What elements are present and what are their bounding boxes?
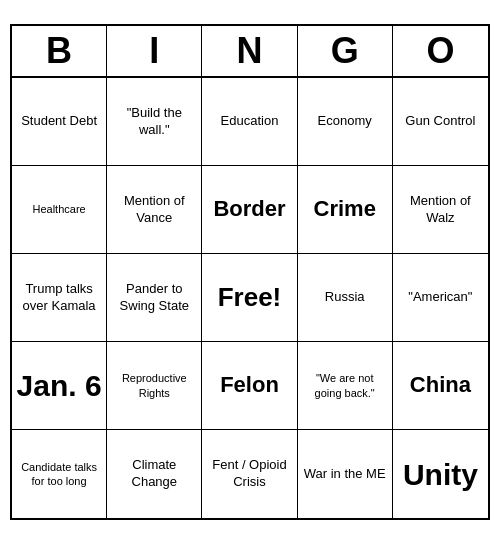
cell-text: Free! xyxy=(218,281,282,315)
bingo-cell[interactable]: Mention of Vance xyxy=(107,166,202,254)
cell-text: Pander to Swing State xyxy=(111,281,197,315)
bingo-cell[interactable]: Trump talks over Kamala xyxy=(12,254,107,342)
cell-text: Trump talks over Kamala xyxy=(16,281,102,315)
cell-text: "We are not going back." xyxy=(302,371,388,400)
header-letter: G xyxy=(298,26,393,76)
bingo-cell[interactable]: "Build the wall." xyxy=(107,78,202,166)
bingo-cell[interactable]: Jan. 6 xyxy=(12,342,107,430)
cell-text: Economy xyxy=(318,113,372,130)
bingo-cell[interactable]: Climate Change xyxy=(107,430,202,518)
bingo-cell[interactable]: Felon xyxy=(202,342,297,430)
cell-text: "Build the wall." xyxy=(111,105,197,139)
cell-text: War in the ME xyxy=(304,466,386,483)
bingo-cell[interactable]: Unity xyxy=(393,430,488,518)
bingo-cell[interactable]: Candidate talks for too long xyxy=(12,430,107,518)
bingo-cell[interactable]: Student Debt xyxy=(12,78,107,166)
bingo-cell[interactable]: Crime xyxy=(298,166,393,254)
bingo-cell[interactable]: Healthcare xyxy=(12,166,107,254)
bingo-cell[interactable]: Pander to Swing State xyxy=(107,254,202,342)
header-letter: I xyxy=(107,26,202,76)
cell-text: Candidate talks for too long xyxy=(16,460,102,489)
bingo-grid: Student Debt"Build the wall."EducationEc… xyxy=(12,78,488,518)
bingo-cell[interactable]: Russia xyxy=(298,254,393,342)
cell-text: Education xyxy=(221,113,279,130)
cell-text: Unity xyxy=(403,455,478,494)
bingo-cell[interactable]: "American" xyxy=(393,254,488,342)
bingo-cell[interactable]: Mention of Walz xyxy=(393,166,488,254)
cell-text: Fent / Opioid Crisis xyxy=(206,457,292,491)
cell-text: Healthcare xyxy=(32,202,85,216)
bingo-cell[interactable]: Gun Control xyxy=(393,78,488,166)
bingo-cell[interactable]: Economy xyxy=(298,78,393,166)
bingo-card: BINGO Student Debt"Build the wall."Educa… xyxy=(10,24,490,520)
cell-text: Felon xyxy=(220,371,279,400)
cell-text: "American" xyxy=(408,289,472,306)
bingo-cell[interactable]: War in the ME xyxy=(298,430,393,518)
cell-text: Mention of Vance xyxy=(111,193,197,227)
cell-text: Crime xyxy=(314,195,376,224)
cell-text: Border xyxy=(213,195,285,224)
header-letter: B xyxy=(12,26,107,76)
bingo-cell[interactable]: "We are not going back." xyxy=(298,342,393,430)
bingo-cell[interactable]: Reproductive Rights xyxy=(107,342,202,430)
cell-text: Climate Change xyxy=(111,457,197,491)
bingo-cell[interactable]: Free! xyxy=(202,254,297,342)
cell-text: Mention of Walz xyxy=(397,193,484,227)
bingo-cell[interactable]: China xyxy=(393,342,488,430)
bingo-header: BINGO xyxy=(12,26,488,78)
cell-text: China xyxy=(410,371,471,400)
header-letter: O xyxy=(393,26,488,76)
bingo-cell[interactable]: Border xyxy=(202,166,297,254)
bingo-cell[interactable]: Education xyxy=(202,78,297,166)
cell-text: Jan. 6 xyxy=(17,366,102,405)
cell-text: Gun Control xyxy=(405,113,475,130)
cell-text: Student Debt xyxy=(21,113,97,130)
cell-text: Reproductive Rights xyxy=(111,371,197,400)
header-letter: N xyxy=(202,26,297,76)
bingo-cell[interactable]: Fent / Opioid Crisis xyxy=(202,430,297,518)
cell-text: Russia xyxy=(325,289,365,306)
